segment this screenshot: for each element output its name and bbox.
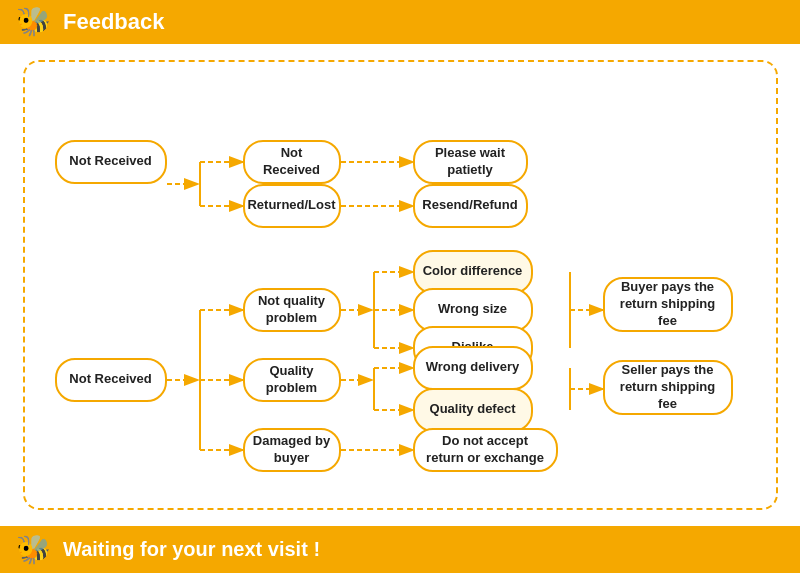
node-quality-defect: Quality defect [413, 388, 533, 432]
diagram-container: arrow to Buyer pays --> Not Rec [23, 60, 778, 510]
node-damaged-buyer: Damaged by buyer [243, 428, 341, 472]
node-not-received-bottom-left: Not Received [55, 358, 167, 402]
node-buyer-pays: Buyer pays the return shipping fee [603, 277, 733, 332]
footer-bee-icon: 🐝 [16, 533, 51, 566]
node-quality-problem: Quality problem [243, 358, 341, 402]
node-please-wait: Please wait patietly [413, 140, 528, 184]
footer-title: Waiting for your next visit ! [63, 538, 320, 561]
node-wrong-delivery: Wrong delivery [413, 346, 533, 390]
node-not-quality: Not quality problem [243, 288, 341, 332]
page: 🐝 Feedback [0, 0, 800, 573]
node-resend-refund: Resend/Refund [413, 184, 528, 228]
node-returned-lost: Returned/Lost [243, 184, 341, 228]
node-no-return: Do not accept return or exchange [413, 428, 558, 472]
header-bee-icon: 🐝 [16, 5, 51, 38]
header-title: Feedback [63, 9, 165, 35]
footer: 🐝 Waiting for your next visit ! [0, 526, 800, 573]
node-not-received-top-right: Not Received [243, 140, 341, 184]
node-not-received-top-left: Not Received [55, 140, 167, 184]
main-content: arrow to Buyer pays --> Not Rec [0, 44, 800, 526]
header: 🐝 Feedback [0, 0, 800, 44]
node-seller-pays: Seller pays the return shipping fee [603, 360, 733, 415]
